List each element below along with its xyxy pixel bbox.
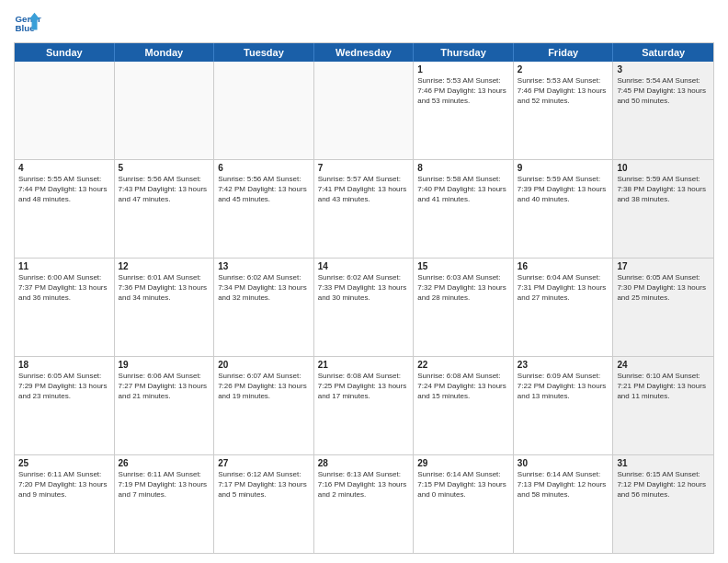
weekday-header: Saturday — [613, 43, 713, 62]
day-number: 21 — [318, 360, 410, 370]
cell-info: Sunrise: 5:53 AM Sunset: 7:46 PM Dayligh… — [417, 76, 509, 106]
day-number: 30 — [518, 458, 609, 468]
day-number: 6 — [218, 163, 310, 173]
calendar-cell: 3Sunrise: 5:54 AM Sunset: 7:45 PM Daylig… — [613, 62, 713, 159]
day-number: 10 — [617, 163, 710, 173]
day-number: 2 — [518, 64, 609, 75]
cell-info: Sunrise: 6:14 AM Sunset: 7:15 PM Dayligh… — [417, 470, 509, 500]
calendar-cell — [115, 62, 215, 159]
calendar-cell — [314, 62, 415, 159]
cell-info: Sunrise: 6:02 AM Sunset: 7:33 PM Dayligh… — [318, 273, 410, 303]
calendar-cell: 22Sunrise: 6:08 AM Sunset: 7:24 PM Dayli… — [414, 357, 514, 454]
weekday-header: Thursday — [414, 43, 514, 62]
calendar-cell: 19Sunrise: 6:06 AM Sunset: 7:27 PM Dayli… — [115, 357, 215, 454]
calendar-cell: 13Sunrise: 6:02 AM Sunset: 7:34 PM Dayli… — [214, 259, 314, 356]
day-number: 17 — [617, 261, 710, 271]
day-number: 15 — [417, 261, 509, 271]
calendar-cell: 31Sunrise: 6:15 AM Sunset: 7:12 PM Dayli… — [613, 455, 713, 553]
day-number: 14 — [318, 261, 410, 271]
calendar-cell: 14Sunrise: 6:02 AM Sunset: 7:33 PM Dayli… — [314, 259, 415, 356]
weekday-header: Tuesday — [214, 43, 314, 62]
day-number: 7 — [318, 163, 410, 173]
calendar-header: SundayMondayTuesdayWednesdayThursdayFrid… — [15, 43, 713, 62]
cell-info: Sunrise: 6:09 AM Sunset: 7:22 PM Dayligh… — [518, 372, 609, 401]
day-number: 3 — [617, 64, 710, 75]
cell-info: Sunrise: 6:11 AM Sunset: 7:20 PM Dayligh… — [18, 470, 110, 500]
calendar-cell: 24Sunrise: 6:10 AM Sunset: 7:21 PM Dayli… — [613, 357, 713, 454]
calendar: SundayMondayTuesdayWednesdayThursdayFrid… — [14, 42, 714, 554]
calendar-row: 1Sunrise: 5:53 AM Sunset: 7:46 PM Daylig… — [15, 62, 713, 160]
cell-info: Sunrise: 5:59 AM Sunset: 7:39 PM Dayligh… — [518, 175, 609, 204]
cell-info: Sunrise: 6:05 AM Sunset: 7:29 PM Dayligh… — [18, 372, 110, 401]
cell-info: Sunrise: 5:56 AM Sunset: 7:42 PM Dayligh… — [218, 175, 310, 204]
day-number: 28 — [318, 458, 410, 468]
weekday-header: Sunday — [15, 43, 115, 62]
day-number: 1 — [417, 64, 509, 75]
day-number: 8 — [417, 163, 509, 173]
calendar-row: 11Sunrise: 6:00 AM Sunset: 7:37 PM Dayli… — [15, 259, 713, 357]
cell-info: Sunrise: 6:14 AM Sunset: 7:13 PM Dayligh… — [518, 470, 609, 500]
weekday-header: Monday — [115, 43, 215, 62]
calendar-cell: 1Sunrise: 5:53 AM Sunset: 7:46 PM Daylig… — [414, 62, 514, 159]
day-number: 26 — [119, 458, 210, 468]
day-number: 27 — [218, 458, 310, 468]
calendar-cell: 5Sunrise: 5:56 AM Sunset: 7:43 PM Daylig… — [115, 160, 215, 258]
day-number: 24 — [617, 360, 710, 370]
day-number: 12 — [119, 261, 210, 271]
cell-info: Sunrise: 6:13 AM Sunset: 7:16 PM Dayligh… — [318, 470, 410, 500]
cell-info: Sunrise: 5:58 AM Sunset: 7:40 PM Dayligh… — [417, 175, 509, 204]
calendar-cell: 16Sunrise: 6:04 AM Sunset: 7:31 PM Dayli… — [514, 259, 614, 356]
cell-info: Sunrise: 6:03 AM Sunset: 7:32 PM Dayligh… — [417, 273, 509, 303]
calendar-cell: 25Sunrise: 6:11 AM Sunset: 7:20 PM Dayli… — [15, 455, 115, 553]
logo: General Blue — [14, 9, 45, 37]
calendar-cell: 8Sunrise: 5:58 AM Sunset: 7:40 PM Daylig… — [414, 160, 514, 258]
cell-info: Sunrise: 6:11 AM Sunset: 7:19 PM Dayligh… — [119, 470, 210, 500]
day-number: 22 — [417, 360, 509, 370]
day-number: 16 — [518, 261, 609, 271]
calendar-body: 1Sunrise: 5:53 AM Sunset: 7:46 PM Daylig… — [15, 62, 713, 553]
calendar-row: 25Sunrise: 6:11 AM Sunset: 7:20 PM Dayli… — [15, 455, 713, 553]
logo-icon: General Blue — [14, 9, 41, 37]
day-number: 13 — [218, 261, 310, 271]
day-number: 5 — [119, 163, 210, 173]
calendar-cell: 2Sunrise: 5:53 AM Sunset: 7:46 PM Daylig… — [514, 62, 614, 159]
cell-info: Sunrise: 5:57 AM Sunset: 7:41 PM Dayligh… — [318, 175, 410, 204]
calendar-cell: 12Sunrise: 6:01 AM Sunset: 7:36 PM Dayli… — [115, 259, 215, 356]
day-number: 19 — [119, 360, 210, 370]
calendar-cell: 17Sunrise: 6:05 AM Sunset: 7:30 PM Dayli… — [613, 259, 713, 356]
cell-info: Sunrise: 6:08 AM Sunset: 7:24 PM Dayligh… — [417, 372, 509, 401]
calendar-cell: 30Sunrise: 6:14 AM Sunset: 7:13 PM Dayli… — [514, 455, 614, 553]
calendar-cell: 29Sunrise: 6:14 AM Sunset: 7:15 PM Dayli… — [414, 455, 514, 553]
calendar-cell: 23Sunrise: 6:09 AM Sunset: 7:22 PM Dayli… — [514, 357, 614, 454]
day-number: 23 — [518, 360, 609, 370]
cell-info: Sunrise: 6:08 AM Sunset: 7:25 PM Dayligh… — [318, 372, 410, 401]
page: General Blue SundayMondayTuesdayWednesda… — [0, 0, 728, 563]
weekday-header: Wednesday — [314, 43, 415, 62]
cell-info: Sunrise: 5:56 AM Sunset: 7:43 PM Dayligh… — [119, 175, 210, 204]
calendar-cell: 28Sunrise: 6:13 AM Sunset: 7:16 PM Dayli… — [314, 455, 415, 553]
cell-info: Sunrise: 6:05 AM Sunset: 7:30 PM Dayligh… — [617, 273, 710, 303]
cell-info: Sunrise: 5:53 AM Sunset: 7:46 PM Dayligh… — [518, 76, 609, 106]
calendar-cell — [15, 62, 115, 159]
calendar-cell: 15Sunrise: 6:03 AM Sunset: 7:32 PM Dayli… — [414, 259, 514, 356]
cell-info: Sunrise: 6:00 AM Sunset: 7:37 PM Dayligh… — [18, 273, 110, 303]
calendar-cell: 26Sunrise: 6:11 AM Sunset: 7:19 PM Dayli… — [115, 455, 215, 553]
day-number: 18 — [18, 360, 110, 370]
day-number: 25 — [18, 458, 110, 468]
calendar-row: 4Sunrise: 5:55 AM Sunset: 7:44 PM Daylig… — [15, 160, 713, 259]
cell-info: Sunrise: 6:04 AM Sunset: 7:31 PM Dayligh… — [518, 273, 609, 303]
cell-info: Sunrise: 6:02 AM Sunset: 7:34 PM Dayligh… — [218, 273, 310, 303]
calendar-cell — [214, 62, 314, 159]
calendar-cell: 20Sunrise: 6:07 AM Sunset: 7:26 PM Dayli… — [214, 357, 314, 454]
cell-info: Sunrise: 6:01 AM Sunset: 7:36 PM Dayligh… — [119, 273, 210, 303]
calendar-row: 18Sunrise: 6:05 AM Sunset: 7:29 PM Dayli… — [15, 357, 713, 455]
cell-info: Sunrise: 6:12 AM Sunset: 7:17 PM Dayligh… — [218, 470, 310, 500]
day-number: 20 — [218, 360, 310, 370]
day-number: 4 — [18, 163, 110, 173]
day-number: 29 — [417, 458, 509, 468]
cell-info: Sunrise: 6:15 AM Sunset: 7:12 PM Dayligh… — [617, 470, 710, 500]
calendar-cell: 10Sunrise: 5:59 AM Sunset: 7:38 PM Dayli… — [613, 160, 713, 258]
weekday-header: Friday — [514, 43, 614, 62]
cell-info: Sunrise: 5:55 AM Sunset: 7:44 PM Dayligh… — [18, 175, 110, 204]
day-number: 9 — [518, 163, 609, 173]
